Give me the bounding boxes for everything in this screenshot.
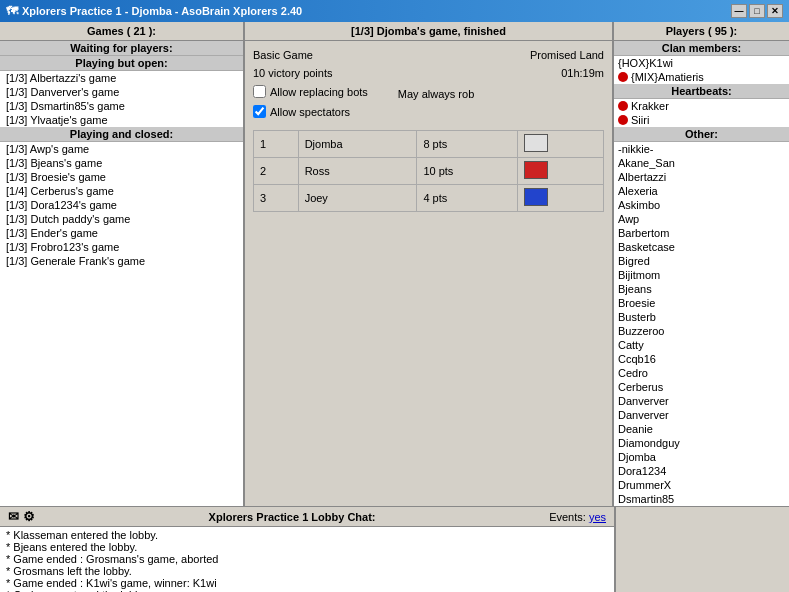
other-player: Barbertom: [614, 226, 789, 240]
spectators-checkbox-label: Allow spectators: [270, 106, 350, 118]
bots-checkbox[interactable]: [253, 85, 266, 98]
game-time: 01h:19m: [561, 67, 604, 79]
game-points: 10 victory points: [253, 67, 332, 79]
chat-message: * Bjeans entered the lobby.: [6, 541, 608, 553]
center-content: Basic Game Promised Land 10 victory poin…: [245, 41, 612, 506]
chat-log: * Klasseman entered the lobby.* Bjeans e…: [0, 527, 614, 592]
section-playing-closed: Playing and closed:: [0, 127, 243, 142]
player-name: Joey: [298, 185, 417, 212]
may-always-rob: May always rob: [398, 88, 474, 100]
bottom-row: ✉ ⚙ Xplorers Practice 1 Lobby Chat: Even…: [0, 507, 789, 592]
app-icon: 🗺: [6, 4, 18, 18]
chat-message: * Klasseman entered the lobby.: [6, 529, 608, 541]
game-item[interactable]: [1/4] Cerberus's game: [0, 184, 243, 198]
bots-checkbox-row: Allow replacing bots: [253, 85, 368, 98]
other-player: Albertazzi: [614, 170, 789, 184]
section-playing-open: Playing but open:: [0, 56, 243, 71]
events-link[interactable]: yes: [589, 511, 606, 523]
left-panel: Games ( 21 ): Waiting for players: Playi…: [0, 22, 245, 506]
email-icon[interactable]: ✉: [8, 509, 19, 524]
game-item[interactable]: [1/3] Generale Frank's game: [0, 254, 243, 268]
other-player: Buzzeroo: [614, 324, 789, 338]
top-row: Games ( 21 ): Waiting for players: Playi…: [0, 22, 789, 507]
other-player: Bijitmom: [614, 268, 789, 282]
game-item[interactable]: [1/3] Dsmartin85's game: [0, 99, 243, 113]
heartbeat-name: Siiri: [631, 114, 649, 126]
table-row: 2 Ross 10 pts: [254, 158, 604, 185]
online-dot: [618, 101, 628, 111]
maximize-button[interactable]: □: [749, 4, 765, 18]
titlebar-left: 🗺 Xplorers Practice 1 - Djomba - AsoBrai…: [6, 4, 302, 18]
other-player: Basketcase: [614, 240, 789, 254]
bots-checkbox-label: Allow replacing bots: [270, 86, 368, 98]
players-table: 1 Djomba 8 pts 2 Ross 10 pts 3 Joey 4 pt…: [253, 130, 604, 212]
player-pts: 8 pts: [417, 131, 517, 158]
titlebar: 🗺 Xplorers Practice 1 - Djomba - AsoBrai…: [0, 0, 789, 22]
game-item[interactable]: [1/3] Dutch paddy's game: [0, 212, 243, 226]
player-pts: 4 pts: [417, 185, 517, 212]
players-list[interactable]: Clan members: {HOX}K1wi {MIX}Amatieris H…: [614, 41, 789, 506]
player-rank: 2: [254, 158, 299, 185]
game-points-row: 10 victory points 01h:19m: [253, 67, 604, 79]
other-player: Bjeans: [614, 282, 789, 296]
other-player: Diamondguy: [614, 436, 789, 450]
other-player: Dsmartin85: [614, 492, 789, 506]
spectators-checkbox[interactable]: [253, 105, 266, 118]
other-player: Busterb: [614, 310, 789, 324]
game-item[interactable]: [1/3] Dora1234's game: [0, 198, 243, 212]
game-type-label: Basic Game: [253, 49, 313, 61]
player-name: Ross: [298, 158, 417, 185]
clan-member-name: {MIX}Amatieris: [631, 71, 704, 83]
other-player: Danverver: [614, 394, 789, 408]
heartbeat-member: Siiri: [614, 113, 789, 127]
game-type-row: Basic Game Promised Land: [253, 49, 604, 61]
chat-title: Xplorers Practice 1 Lobby Chat:: [35, 511, 549, 523]
table-row: 1 Djomba 8 pts: [254, 131, 604, 158]
game-item[interactable]: [1/3] Broesie's game: [0, 170, 243, 184]
players-panel-header: Players ( 95 ):: [614, 22, 789, 41]
other-player: Alexeria: [614, 184, 789, 198]
center-panel: [1/3] Djomba's game, finished Basic Game…: [245, 22, 614, 506]
center-panel-header: [1/3] Djomba's game, finished: [245, 22, 612, 41]
right-bottom: WWW.ASOBRAIN.COM Settings: [614, 507, 789, 592]
game-item[interactable]: [1/3] Ylvaatje's game: [0, 113, 243, 127]
clan-member: {MIX}Amatieris: [614, 70, 789, 84]
minimize-button[interactable]: —: [731, 4, 747, 18]
main-container: Games ( 21 ): Waiting for players: Playi…: [0, 22, 789, 592]
other-player: Awp: [614, 212, 789, 226]
other-player: Akane_San: [614, 156, 789, 170]
chat-header: ✉ ⚙ Xplorers Practice 1 Lobby Chat: Even…: [0, 507, 614, 527]
section-other: Other:: [614, 127, 789, 142]
other-player: Danverver: [614, 408, 789, 422]
chat-message: * Game ended : K1wi's game, winner: K1wi: [6, 577, 608, 589]
other-player: Cedro: [614, 366, 789, 380]
other-player: Ccqb16: [614, 352, 789, 366]
game-item[interactable]: [1/3] Ender's game: [0, 226, 243, 240]
game-land: Promised Land: [530, 49, 604, 61]
chat-events: Events: yes: [549, 511, 606, 523]
gear-icon[interactable]: ⚙: [23, 509, 35, 524]
player-rank: 1: [254, 131, 299, 158]
chat-message: * Game ended : Grosmans's game, aborted: [6, 553, 608, 565]
other-player: Catty: [614, 338, 789, 352]
other-player: Deanie: [614, 422, 789, 436]
section-clan: Clan members:: [614, 41, 789, 56]
close-button[interactable]: ✕: [767, 4, 783, 18]
other-player: Dora1234: [614, 464, 789, 478]
other-player: Djomba: [614, 450, 789, 464]
other-player: DrummerX: [614, 478, 789, 492]
game-item[interactable]: [1/3] Danverver's game: [0, 85, 243, 99]
game-item[interactable]: [1/3] Awp's game: [0, 142, 243, 156]
online-dot: [618, 72, 628, 82]
section-waiting: Waiting for players:: [0, 41, 243, 56]
chat-icons: ✉ ⚙: [8, 509, 35, 524]
game-item[interactable]: [1/3] Albertazzi's game: [0, 71, 243, 85]
games-list[interactable]: Waiting for players: Playing but open: […: [0, 41, 243, 506]
other-player: Askimbo: [614, 198, 789, 212]
heartbeat-member: Krakker: [614, 99, 789, 113]
other-player: -nikkie-: [614, 142, 789, 156]
player-color: [517, 131, 603, 158]
game-item[interactable]: [1/3] Frobro123's game: [0, 240, 243, 254]
game-item[interactable]: [1/3] Bjeans's game: [0, 156, 243, 170]
table-row: 3 Joey 4 pts: [254, 185, 604, 212]
